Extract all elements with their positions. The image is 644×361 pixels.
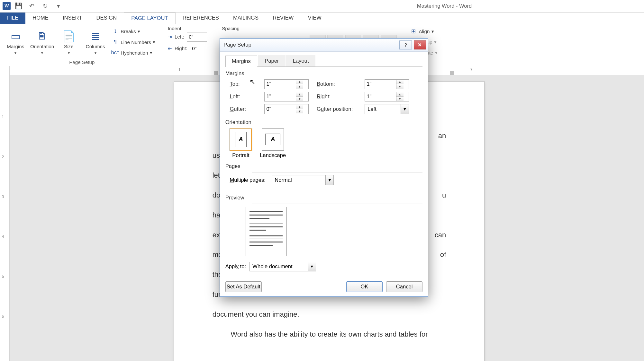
portrait-option[interactable]: A Portrait <box>230 128 252 159</box>
titlebar: W 💾 ↶ ↻ ▾ Mastering Word - Word ? ▣ — □ … <box>0 0 644 13</box>
left-spinner[interactable]: ▲▼ <box>264 92 309 101</box>
chevron-down-icon[interactable]: ▼ <box>325 175 333 184</box>
gutter-label: Gutter: <box>230 106 256 112</box>
spin-down-icon[interactable]: ▼ <box>296 109 303 114</box>
dialog-tab-margins[interactable]: Margins <box>225 56 257 67</box>
spin-up-icon[interactable]: ▲ <box>296 92 303 97</box>
tab-view[interactable]: VIEW <box>301 13 328 24</box>
tab-file[interactable]: FILE <box>0 13 25 24</box>
gutter-position-combo[interactable]: Left▼ <box>365 104 409 114</box>
qat-customize-icon[interactable]: ▾ <box>53 1 64 11</box>
page-setup-dialog: Page Setup ? ✕ Margins Paper Layout Marg… <box>220 38 428 297</box>
spin-up-icon[interactable]: ▲ <box>296 80 303 84</box>
hyphenation-icon: bc⁻ <box>112 49 119 56</box>
bottom-input[interactable] <box>365 80 396 89</box>
indent-right-icon: ⇤ <box>168 46 172 51</box>
hyphenation-button[interactable]: bc⁻Hyphenation ▾ <box>110 48 157 57</box>
tab-mailings[interactable]: MAILINGS <box>226 13 266 24</box>
orientation-icon: 🗎 <box>35 29 49 43</box>
dialog-tab-layout[interactable]: Layout <box>286 55 315 66</box>
dialog-tab-paper[interactable]: Paper <box>258 55 286 66</box>
columns-icon: ≣ <box>88 29 103 43</box>
undo-icon[interactable]: ↶ <box>27 1 37 11</box>
line-numbers-icon: ¶ <box>112 39 119 46</box>
spin-down-icon[interactable]: ▼ <box>296 84 303 89</box>
spin-down-icon[interactable]: ▼ <box>396 97 404 101</box>
indent-left-input[interactable] <box>187 32 207 42</box>
indent-right-input[interactable] <box>190 44 210 53</box>
size-icon: 📄 <box>62 29 76 43</box>
left-input[interactable] <box>265 92 296 101</box>
spin-up-icon[interactable]: ▲ <box>396 92 404 97</box>
preview-section-label: Preview <box>225 195 423 201</box>
size-button[interactable]: 📄Size▾ <box>57 26 81 58</box>
right-input[interactable] <box>365 92 396 101</box>
set-as-default-button[interactable]: Set As Default <box>225 281 262 292</box>
preview-thumbnail <box>246 207 286 257</box>
apply-to-combo[interactable]: Whole document▼ <box>249 262 316 271</box>
top-spinner[interactable]: ▲▼ <box>264 79 309 89</box>
tab-references[interactable]: REFERENCES <box>176 13 226 24</box>
ok-button[interactable]: OK <box>346 281 383 292</box>
align-button[interactable]: ⊞Align ▾ <box>408 27 440 36</box>
orientation-section-label: Orientation <box>225 119 423 126</box>
margins-icon: ▭ <box>8 29 23 43</box>
indent-header: Indent <box>168 26 211 31</box>
spin-down-icon[interactable]: ▼ <box>296 97 303 101</box>
margins-button[interactable]: ▭Margins▾ <box>4 26 28 58</box>
multiple-pages-label: Multiple pages: <box>230 177 265 183</box>
margins-section-label: Margins <box>225 70 423 77</box>
breaks-icon: ⤵ <box>112 28 119 35</box>
pages-section-label: Pages <box>225 163 423 170</box>
spacing-header: Spacing <box>222 26 240 31</box>
tab-insert[interactable]: INSERT <box>56 13 89 24</box>
chevron-down-icon: ▾ <box>95 50 96 55</box>
tab-design[interactable]: DESIGN <box>89 13 124 24</box>
spin-up-icon[interactable]: ▲ <box>396 80 404 84</box>
apply-to-label: Apply to: <box>225 263 246 270</box>
columns-button[interactable]: ≣Columns▾ <box>83 26 107 58</box>
top-input[interactable] <box>265 80 296 89</box>
left-label: Left: <box>230 93 256 100</box>
chevron-down-icon: ▾ <box>68 50 70 55</box>
save-icon[interactable]: 💾 <box>13 1 24 11</box>
ribbon-tabs: FILE HOME INSERT DESIGN PAGE LAYOUT REFE… <box>0 13 644 24</box>
spin-down-icon[interactable]: ▼ <box>396 84 404 89</box>
multiple-pages-combo[interactable]: Normal▼ <box>272 175 334 185</box>
gutter-position-label: Gutter position: <box>317 106 357 112</box>
bottom-spinner[interactable]: ▲▼ <box>365 79 409 89</box>
word-icon: W <box>3 2 11 10</box>
chevron-down-icon[interactable]: ▼ <box>308 262 316 271</box>
bottom-label: Bottom: <box>317 81 357 87</box>
top-label: Top: <box>230 81 256 87</box>
dialog-title: Page Setup <box>223 42 251 48</box>
indent-left-icon: ⇥ <box>168 34 172 40</box>
gutter-spinner[interactable]: ▲▼ <box>264 104 309 114</box>
right-spinner[interactable]: ▲▼ <box>365 92 409 101</box>
gutter-input[interactable] <box>265 104 296 113</box>
dialog-help-icon[interactable]: ? <box>399 40 412 49</box>
spin-up-icon[interactable]: ▲ <box>296 105 303 109</box>
dialog-titlebar[interactable]: Page Setup ? ✕ <box>220 39 428 52</box>
right-label: Right: <box>317 93 357 100</box>
orientation-button[interactable]: 🗎Orientation▾ <box>30 26 54 58</box>
chevron-down-icon[interactable]: ▼ <box>401 104 409 113</box>
breaks-button[interactable]: ⤵Breaks ▾ <box>110 27 157 36</box>
tab-home[interactable]: HOME <box>25 13 56 24</box>
tab-review[interactable]: REVIEW <box>266 13 301 24</box>
tab-page-layout[interactable]: PAGE LAYOUT <box>124 13 175 24</box>
landscape-option[interactable]: A Landscape <box>260 128 286 159</box>
right-margin-marker[interactable] <box>450 71 454 75</box>
vertical-ruler: 1 2 3 4 5 6 <box>0 66 10 361</box>
chevron-down-icon: ▾ <box>14 50 16 55</box>
redo-icon[interactable]: ↻ <box>40 1 50 11</box>
cancel-button[interactable]: Cancel <box>386 281 422 292</box>
dialog-close-icon[interactable]: ✕ <box>414 40 426 49</box>
window-title: Mastering Word - Word <box>417 3 472 9</box>
page-setup-group-label: Page Setup <box>4 58 160 65</box>
left-margin-marker[interactable] <box>214 71 218 75</box>
line-numbers-button[interactable]: ¶Line Numbers ▾ <box>110 38 157 47</box>
align-icon: ⊞ <box>410 28 417 35</box>
chevron-down-icon: ▾ <box>41 50 43 55</box>
